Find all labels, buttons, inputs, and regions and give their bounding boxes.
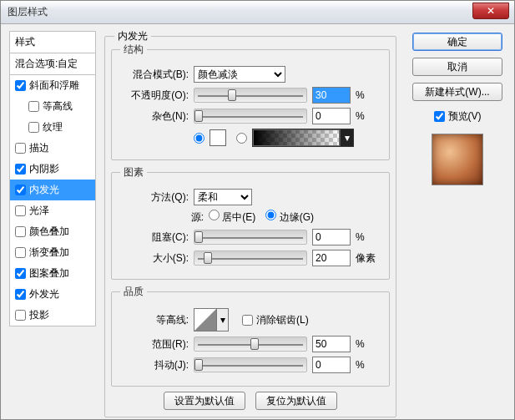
size-label: 大小(S): <box>120 251 189 266</box>
style-label: 渐变叠加 <box>29 245 69 260</box>
style-checkbox[interactable] <box>15 247 26 258</box>
choke-input[interactable] <box>312 229 351 245</box>
dialog-content: 样式 混合选项:自定 斜面和浮雕等高线纹理描边内阴影内发光光泽颜色叠加渐变叠加图… <box>1 24 514 419</box>
style-item-3[interactable]: 描边 <box>10 138 95 159</box>
source-center-option[interactable]: 居中(E) <box>209 210 255 225</box>
set-default-button[interactable]: 设置为默认值 <box>164 392 245 410</box>
style-checkbox[interactable] <box>15 205 26 216</box>
ok-button[interactable]: 确定 <box>412 33 502 51</box>
size-slider[interactable] <box>194 250 307 266</box>
style-item-11[interactable]: 投影 <box>10 305 95 326</box>
new-style-button[interactable]: 新建样式(W)... <box>412 83 502 101</box>
titlebar: 图层样式 ✕ <box>1 1 514 24</box>
style-checkbox[interactable] <box>15 80 26 91</box>
main-title: 内发光 <box>114 29 151 43</box>
cancel-button[interactable]: 取消 <box>412 58 502 76</box>
jitter-label: 抖动(J): <box>120 358 189 372</box>
antialias-checkbox[interactable]: 消除锯齿(L) <box>242 313 309 327</box>
blend-mode-label: 混合模式(B): <box>120 68 189 82</box>
source-edge-option[interactable]: 边缘(G) <box>265 210 314 225</box>
opacity-unit: % <box>356 89 381 101</box>
gradient-picker[interactable]: ▾ <box>252 129 354 147</box>
structure-group: 结构 混合模式(B): 颜色减淡 不透明度(O): % 杂色(N): % <box>111 43 390 160</box>
style-item-6[interactable]: 光泽 <box>10 200 95 221</box>
reset-default-button[interactable]: 复位为默认值 <box>255 392 337 410</box>
opacity-label: 不透明度(O): <box>120 89 189 103</box>
style-item-9[interactable]: 图案叠加 <box>10 263 95 284</box>
style-checkbox[interactable] <box>15 310 26 321</box>
style-checkbox[interactable] <box>28 101 39 112</box>
right-panel: 确定 取消 新建样式(W)... 预览(V) <box>412 33 502 185</box>
range-input[interactable] <box>312 336 351 352</box>
technique-select[interactable]: 柔和 <box>194 189 252 205</box>
style-checkbox[interactable] <box>15 143 26 154</box>
style-item-1[interactable]: 等高线 <box>10 96 95 117</box>
preview-thumbnail <box>432 134 483 185</box>
style-checkbox[interactable] <box>15 226 26 237</box>
close-button[interactable]: ✕ <box>472 3 509 19</box>
style-item-10[interactable]: 外发光 <box>10 284 95 305</box>
color-radio[interactable] <box>194 133 204 144</box>
choke-label: 阻塞(C): <box>120 230 189 245</box>
style-label: 颜色叠加 <box>29 225 69 239</box>
opacity-input[interactable] <box>312 87 351 104</box>
styles-header[interactable]: 样式 <box>9 31 96 53</box>
style-checkbox[interactable] <box>15 268 26 279</box>
style-checkbox[interactable] <box>15 164 26 175</box>
blend-mode-select[interactable]: 颜色减淡 <box>194 66 285 83</box>
elements-legend: 图素 <box>120 165 147 180</box>
contour-label: 等高线: <box>120 313 189 327</box>
range-label: 范围(R): <box>120 337 189 352</box>
contour-dropdown-icon[interactable]: ▾ <box>217 308 229 331</box>
style-item-8[interactable]: 渐变叠加 <box>10 242 95 263</box>
style-label: 描边 <box>29 141 49 155</box>
jitter-unit: % <box>356 359 381 371</box>
elements-group: 图素 方法(Q): 柔和 源: 居中(E) 边缘(G) 阻塞(C): <box>111 165 390 280</box>
choke-slider[interactable] <box>194 230 307 245</box>
style-label: 内发光 <box>29 183 59 197</box>
style-label: 光泽 <box>29 204 49 218</box>
blend-options-header[interactable]: 混合选项:自定 <box>9 53 96 75</box>
source-label: 源: <box>120 210 204 225</box>
quality-legend: 品质 <box>120 285 147 299</box>
contour-preview <box>194 308 217 331</box>
style-label: 内阴影 <box>29 162 59 176</box>
quality-group: 品质 等高线: ▾ 消除锯齿(L) 范围(R): % <box>111 285 390 387</box>
gradient-radio[interactable] <box>236 133 247 144</box>
jitter-input[interactable] <box>312 357 351 373</box>
range-slider[interactable] <box>194 337 307 352</box>
size-input[interactable] <box>312 250 351 266</box>
noise-slider[interactable] <box>194 109 307 124</box>
style-item-2[interactable]: 纹理 <box>10 117 95 138</box>
style-label: 斜面和浮雕 <box>29 78 79 93</box>
style-label: 外发光 <box>29 287 59 301</box>
close-icon: ✕ <box>487 5 495 17</box>
style-item-0[interactable]: 斜面和浮雕 <box>10 75 95 96</box>
noise-input[interactable] <box>312 108 351 124</box>
structure-legend: 结构 <box>120 43 147 57</box>
contour-picker[interactable]: ▾ <box>194 308 229 331</box>
style-item-7[interactable]: 颜色叠加 <box>10 221 95 242</box>
gradient-dropdown-icon[interactable]: ▾ <box>340 129 353 146</box>
style-label: 纹理 <box>43 120 63 134</box>
opacity-slider[interactable] <box>194 88 307 103</box>
preview-checkbox[interactable]: 预览(V) <box>434 109 482 124</box>
style-label: 投影 <box>29 308 49 322</box>
noise-label: 杂色(N): <box>120 109 189 124</box>
style-item-5[interactable]: 内发光 <box>10 180 95 200</box>
style-label: 图案叠加 <box>29 266 69 281</box>
style-checkbox[interactable] <box>28 122 39 133</box>
range-unit: % <box>356 338 381 350</box>
noise-unit: % <box>356 110 381 122</box>
style-checkbox[interactable] <box>15 185 26 195</box>
size-unit: 像素 <box>356 251 381 266</box>
style-checkbox[interactable] <box>15 289 26 300</box>
choke-unit: % <box>356 231 381 243</box>
jitter-slider[interactable] <box>194 357 307 372</box>
style-item-4[interactable]: 内阴影 <box>10 159 95 180</box>
style-list: 斜面和浮雕等高线纹理描边内阴影内发光光泽颜色叠加渐变叠加图案叠加外发光投影 <box>9 75 96 326</box>
technique-label: 方法(Q): <box>120 190 189 205</box>
styles-panel: 样式 混合选项:自定 斜面和浮雕等高线纹理描边内阴影内发光光泽颜色叠加渐变叠加图… <box>9 31 96 326</box>
color-swatch[interactable] <box>210 129 226 146</box>
window-title: 图层样式 <box>8 5 48 19</box>
